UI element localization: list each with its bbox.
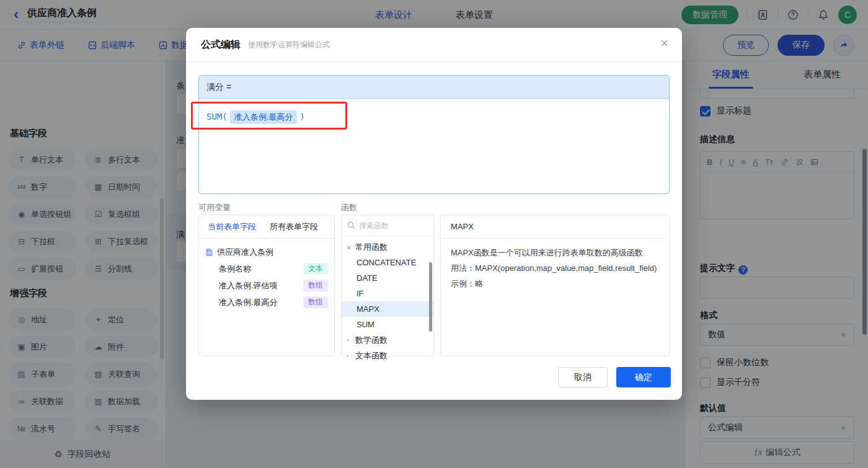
- formula-editor[interactable]: 满分 = SUM(准入条例.最高分): [198, 75, 670, 194]
- function-doc-title: MAPX: [441, 215, 669, 239]
- group-label: 常用函数: [355, 242, 388, 253]
- function-doc-panel: MAPX MAPX函数是一个可以用来进行跨表单取数的高级函数 用法：MAPX(o…: [440, 214, 670, 356]
- group-label: 数学函数: [355, 335, 388, 346]
- chevron-right-icon: ›: [347, 337, 352, 343]
- function-item-mapx-selected[interactable]: MAPX: [342, 301, 433, 317]
- variable-name: 准入条例.最高分: [219, 297, 278, 308]
- group-label: 文本函数: [355, 350, 388, 361]
- variable-name: 条例名称: [219, 263, 251, 275]
- function-item-if[interactable]: IF: [342, 286, 433, 301]
- function-item-date[interactable]: DATE: [342, 270, 433, 286]
- modal-footer: 取消 确定: [558, 367, 671, 387]
- function-group-text[interactable]: ›文本函数: [342, 348, 433, 363]
- function-search[interactable]: [342, 215, 433, 236]
- variable-name: 准入条例.评估项: [219, 280, 278, 291]
- search-icon: [347, 221, 355, 229]
- tab-current-form-fields[interactable]: 当前表单字段: [208, 221, 256, 232]
- function-group-math[interactable]: ›数学函数: [342, 332, 433, 348]
- form-node[interactable]: 供应商准入条例: [205, 244, 328, 260]
- function-list-scrollbar[interactable]: [429, 262, 432, 332]
- type-badge-array: 数组: [303, 296, 328, 308]
- variables-panel: 当前表单字段 所有表单字段 供应商准入条例 条例名称 文本 准入条例.评估项 数…: [198, 214, 335, 356]
- modal-subtitle: 使用数学运算符编辑公式: [248, 40, 330, 50]
- variable-row[interactable]: 准入条例.最高分 数组: [205, 294, 328, 311]
- modal-header: 公式编辑 使用数学运算符编辑公式 ×: [186, 28, 682, 63]
- functions-label: 函数: [341, 202, 357, 213]
- cancel-button[interactable]: 取消: [558, 367, 608, 387]
- doc-description: MAPX函数是一个可以用来进行跨表单取数的高级函数: [451, 245, 659, 260]
- chevron-right-icon: ›: [347, 352, 352, 359]
- chevron-down-icon: ∨: [347, 244, 352, 250]
- form-node-label: 供应商准入条例: [217, 247, 273, 258]
- function-search-input[interactable]: [359, 221, 416, 230]
- doc-usage: 用法：MAPX(operation,map_value,map_field,re…: [451, 260, 659, 276]
- function-item-sum[interactable]: SUM: [342, 317, 433, 332]
- formula-field-chip[interactable]: 准入条例.最高分: [230, 110, 298, 124]
- function-item-concatenate[interactable]: CONCATENATE: [342, 255, 433, 270]
- app-window: ‹ 供应商准入条例 表单设计 表单设置 数据管理 C: [0, 0, 868, 468]
- formula-target: 满分 =: [206, 82, 231, 93]
- formula-target-bar: 满分 =: [199, 76, 669, 99]
- modal-title: 公式编辑: [201, 38, 241, 51]
- variables-tabs: 当前表单字段 所有表单字段: [199, 215, 334, 239]
- doc-example: 示例：略: [451, 276, 659, 291]
- document-icon: [205, 248, 213, 257]
- functions-panel: ∨常用函数 CONCATENATE DATE IF MAPX SUM ›数学函数…: [341, 214, 434, 356]
- function-list: ∨常用函数 CONCATENATE DATE IF MAPX SUM ›数学函数…: [342, 236, 433, 363]
- formula-func-open: SUM(: [206, 112, 228, 121]
- function-doc-body: MAPX函数是一个可以用来进行跨表单取数的高级函数 用法：MAPX(operat…: [441, 239, 669, 298]
- function-group-common[interactable]: ∨常用函数: [342, 239, 433, 255]
- close-icon[interactable]: ×: [660, 37, 668, 50]
- variables-tree: 供应商准入条例 条例名称 文本 准入条例.评估项 数组 准入条例.最高分 数组: [199, 239, 334, 316]
- formula-func-close: ): [299, 112, 304, 121]
- confirm-button[interactable]: 确定: [616, 367, 671, 387]
- tab-all-form-fields[interactable]: 所有表单字段: [270, 221, 318, 232]
- variables-label: 可用变量: [198, 202, 231, 213]
- type-badge-text: 文本: [303, 263, 328, 275]
- variable-row[interactable]: 条例名称 文本: [205, 260, 328, 277]
- type-badge-array: 数组: [303, 280, 328, 291]
- formula-edit-modal: 公式编辑 使用数学运算符编辑公式 × 满分 = SUM(准入条例.最高分) 可用…: [186, 28, 682, 400]
- formula-expression[interactable]: SUM(准入条例.最高分): [199, 99, 669, 135]
- variable-row[interactable]: 准入条例.评估项 数组: [205, 277, 328, 294]
